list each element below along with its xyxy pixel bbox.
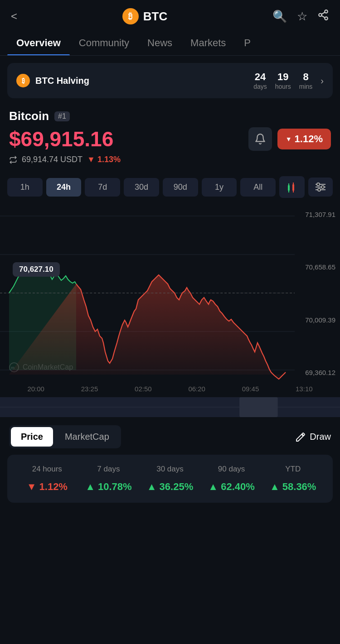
halving-countdown: 24 days 19 hours 8 mins › (253, 71, 324, 90)
filter-icon (315, 182, 326, 192)
price-change-badge: ▼ 1.12% (277, 129, 331, 149)
performance-stats-table: 24 hours 7 days 30 days 90 days YTD ▼ 1.… (7, 455, 333, 503)
svg-point-14 (317, 183, 320, 186)
chart-watermark: m CoinMarketCap (9, 362, 73, 372)
time-label-4: 06:20 (188, 385, 205, 393)
time-label-6: 13:10 (296, 385, 313, 393)
mins-label: mins (299, 83, 313, 90)
price-actions: ▼ 1.12% (248, 127, 331, 151)
halving-arrow-icon: › (321, 76, 324, 86)
pm-tab-group: Price MarketCap (9, 425, 121, 448)
stats-header-24h: 24 hours (16, 465, 78, 474)
time-label-1: 20:00 (27, 385, 44, 393)
change-percent: 1.12% (295, 133, 323, 145)
hours-number: 19 (275, 71, 291, 83)
change-triangle-icon: ▼ (286, 135, 292, 143)
days-label: days (253, 83, 267, 90)
countdown-hours: 19 hours (275, 71, 291, 90)
stat-30d: ▲ 36.25% (139, 481, 201, 493)
draw-button[interactable]: Draw (295, 432, 331, 442)
tab-news[interactable]: News (138, 31, 181, 55)
stat-30d-value: ▲ 36.25% (147, 481, 194, 492)
time-filter-all[interactable]: All (240, 178, 276, 197)
stats-header-30d: 30 days (139, 465, 201, 474)
time-label-2: 23:25 (81, 385, 98, 393)
tab-markets[interactable]: Markets (181, 31, 235, 55)
time-label-3: 02:50 (135, 385, 152, 393)
stat-24h: ▼ 1.12% (16, 481, 78, 493)
stat-24h-value: ▼ 1.12% (27, 481, 68, 492)
svg-point-16 (318, 188, 321, 191)
time-filter-90d[interactable]: 90d (163, 178, 198, 197)
back-button[interactable]: < (11, 10, 17, 23)
tab-overview[interactable]: Overview (7, 31, 70, 55)
candlestick-icon (286, 181, 298, 193)
search-icon[interactable]: 🔍 (272, 10, 287, 24)
stats-header-row: 24 hours 7 days 30 days 90 days YTD (16, 465, 324, 474)
time-filter-30d[interactable]: 30d (124, 178, 159, 197)
tab-community[interactable]: Community (70, 31, 138, 55)
halving-info: ₿ BTC Halving (16, 74, 89, 87)
hours-label: hours (275, 83, 291, 90)
countdown-days: 24 days (253, 71, 267, 90)
header: < ₿ BTC 🔍 ☆ (0, 0, 340, 31)
svg-point-15 (321, 186, 324, 188)
header-center: ₿ BTC (122, 8, 167, 24)
time-filter-1h[interactable]: 1h (7, 178, 43, 197)
price-row: $69,915.16 ▼ 1.12% (9, 127, 331, 151)
stat-ytd: ▲ 58.36% (262, 481, 324, 493)
stat-90d: ▲ 62.40% (201, 481, 262, 493)
price-section: Bitcoin #1 $69,915.16 ▼ 1.12% 69,914.74 … (0, 103, 340, 169)
time-filter-1y[interactable]: 1y (202, 178, 237, 197)
header-left: < (11, 10, 17, 23)
svg-line-4 (321, 12, 325, 14)
chart-settings-button[interactable] (308, 178, 333, 197)
usdt-change: ▼ 1.13% (87, 155, 121, 164)
countdown-mins: 8 mins (299, 71, 313, 90)
halving-btc-icon: ₿ (16, 74, 30, 87)
swap-icon (9, 156, 17, 164)
coin-name: Bitcoin (9, 109, 49, 123)
svg-rect-8 (292, 184, 294, 191)
header-right: 🔍 ☆ (272, 9, 329, 24)
draw-label: Draw (310, 432, 331, 442)
tab-bar: Overview Community News Markets P (0, 31, 340, 56)
stat-7d: ▲ 10.78% (78, 481, 140, 493)
time-filter-bar: 1h 24h 7d 30d 90d 1y All (0, 169, 340, 202)
tab-portfolio[interactable]: P (235, 31, 260, 55)
mins-number: 8 (299, 71, 313, 83)
svg-line-3 (321, 15, 325, 17)
share-icon[interactable] (317, 9, 329, 24)
stats-values-row: ▼ 1.12% ▲ 10.78% ▲ 36.25% ▲ 62.40% ▲ 58.… (16, 481, 324, 493)
time-label-5: 09:45 (242, 385, 259, 393)
draw-icon (295, 432, 306, 442)
cmc-logo-icon: m (9, 362, 19, 372)
coin-name-row: Bitcoin #1 (9, 109, 331, 123)
usdt-price-row: 69,914.74 USDT ▼ 1.13% (9, 155, 331, 164)
svg-rect-5 (288, 185, 290, 191)
alert-bell-button[interactable] (248, 127, 272, 151)
pm-tab-marketcap[interactable]: MarketCap (55, 427, 119, 447)
stats-header-7d: 7 days (78, 465, 140, 474)
stats-header-90d: 90 days (201, 465, 262, 474)
price-market-toggle-row: Price MarketCap Draw (0, 417, 340, 455)
rank-badge: #1 (54, 111, 70, 121)
coin-logo-icon: ₿ (122, 8, 139, 24)
stat-7d-value: ▲ 10.78% (85, 481, 132, 492)
stat-ytd-value: ▲ 58.36% (270, 481, 316, 492)
time-filter-7d[interactable]: 7d (85, 178, 120, 197)
price-chart: 71,307.91 70,658.65 70,009.39 69,360.12 … (0, 202, 340, 397)
stats-header-ytd: YTD (262, 465, 324, 474)
chart-time-axis: 20:00 23:25 02:50 06:20 09:45 13:10 (0, 385, 340, 393)
days-number: 24 (253, 71, 267, 83)
candlestick-toggle-button[interactable] (279, 176, 305, 198)
halving-title: BTC Halving (35, 76, 89, 86)
current-price: $69,915.16 (9, 127, 113, 151)
favorite-icon[interactable]: ☆ (297, 10, 307, 24)
coin-symbol-title: BTC (143, 10, 167, 24)
pm-tab-price[interactable]: Price (11, 427, 53, 447)
mini-chart-overview (0, 397, 340, 417)
time-filter-24h[interactable]: 24h (46, 178, 82, 197)
halving-banner[interactable]: ₿ BTC Halving 24 days 19 hours 8 mins › (7, 63, 333, 98)
watermark-text: CoinMarketCap (23, 363, 73, 371)
